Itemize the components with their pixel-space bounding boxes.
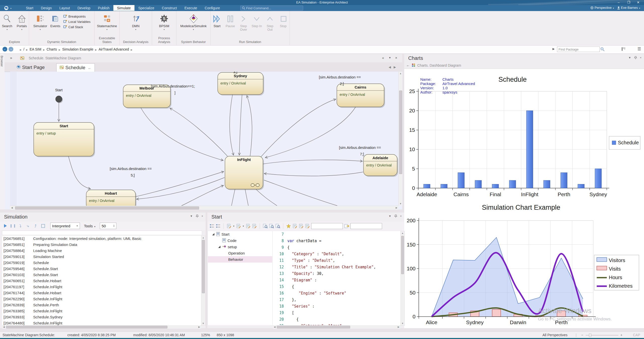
collapse-left-icon[interactable]: « — [382, 56, 384, 60]
ribbon-button-pause[interactable]: Pause — [224, 12, 237, 28]
chevron-expand-icon[interactable]: » — [10, 56, 12, 60]
menu-tab-simulate[interactable]: Simulate — [113, 5, 134, 11]
code-line[interactable]: 9{ — [273, 244, 400, 251]
log-row[interactable]: [204760651]Schedule.Hobart — [2, 278, 201, 284]
find-command-input[interactable] — [240, 6, 303, 11]
ribbon-button-modelica-simulink[interactable]: Modelica/Simulink▼ — [186, 12, 201, 30]
charts-panel-close-icon[interactable]: × — [640, 56, 641, 60]
code-line[interactable]: 19 [ — [273, 310, 400, 316]
zoom-out-button[interactable]: − — [581, 333, 583, 337]
sim-tools-menu[interactable]: Tools ▼ — [84, 224, 96, 228]
schedule-bar-7[interactable] — [543, 180, 550, 188]
tab-scroll-right-icon[interactable]: ▶ — [394, 65, 396, 69]
visits-bar-3[interactable] — [492, 309, 501, 317]
sim-step-out-icon[interactable]: ⤴ — [33, 223, 38, 229]
maximize-button[interactable]: ❐ — [624, 0, 633, 5]
menu-tab-configure[interactable]: Configure — [201, 5, 224, 11]
statemachine-diagram-canvas[interactable]: Startentry / setupMelbourentry / OnArriv… — [10, 72, 398, 206]
code-line[interactable]: 21 "Category": "Area", — [273, 323, 400, 325]
ribbon-button-step-out[interactable]: Step Out — [264, 12, 277, 31]
log-row[interactable]: [204756851]Configuration: mode: Interpre… — [2, 236, 201, 242]
log-row[interactable]: [204759019]Schedule — [2, 260, 201, 266]
tree-item-behavior[interactable]: Behavior — [208, 256, 272, 263]
ribbon-button-portals[interactable]: Portals▼ — [15, 12, 29, 30]
zoom-in-button[interactable]: + — [620, 333, 622, 337]
diagram-horizontal-scrollbar[interactable]: ◀▶ — [10, 206, 398, 210]
sim-step-in-icon[interactable]: ⤷ — [25, 223, 31, 229]
column-layout-icon[interactable] — [621, 47, 625, 52]
schedule-bar-1[interactable] — [441, 184, 447, 188]
log-row[interactable]: [204763385]Schedule.InFlight — [2, 308, 201, 314]
code-filter-input[interactable] — [350, 223, 382, 229]
code-line[interactable]: 13 "Opacity": 30, — [273, 270, 400, 277]
ribbon-button-step-over[interactable]: Step Over — [237, 12, 250, 31]
simulation-log[interactable]: [204756851]Configuration: mode: Interpre… — [2, 236, 201, 325]
ribbon-button-simulator[interactable]: Simulator▼ — [33, 12, 48, 30]
diagram-close-icon[interactable]: × — [395, 56, 397, 60]
breadcrumb-item[interactable]: AirTravel Advanced — [99, 47, 129, 51]
search-results-icon[interactable] — [275, 224, 280, 229]
ribbon-button-step-in[interactable]: Step In — [250, 12, 263, 28]
code-line[interactable]: 20 { — [273, 316, 400, 323]
breadcrumb-item[interactable]: Simulation Example — [62, 47, 94, 51]
schedule-bar-10[interactable] — [595, 169, 602, 188]
simulation-panel-close-icon[interactable]: × — [202, 215, 203, 218]
nav-back-button[interactable]: ← — [3, 47, 7, 52]
minimize-button[interactable]: – — [614, 0, 623, 5]
state-node-hobart[interactable]: Hobartentry / OnArrival — [86, 190, 136, 206]
panel-menu-icon[interactable]: ▼ — [190, 215, 193, 218]
log-row[interactable]: [204763933]Schedule.Sydney — [2, 314, 201, 320]
pin-icon[interactable] — [394, 215, 397, 218]
ribbon-button-breakpoints[interactable]: Breakpoints — [63, 14, 90, 19]
sim-mode-select[interactable]: Interpreted▼ — [50, 223, 80, 229]
menu-tab-design[interactable]: Design — [37, 5, 56, 11]
simulation-log-vscrollbar[interactable]: ▲▼ — [201, 236, 206, 326]
code-line[interactable]: 18 "Series" : — [273, 303, 400, 310]
code-editor[interactable]: 78var chartData =9{10 "Category" : "Defa… — [273, 231, 400, 325]
grid-edit-icon[interactable] — [299, 224, 304, 229]
schedule-bar-6[interactable] — [526, 111, 533, 188]
code-line[interactable]: 11 "Type" : "Default", — [273, 257, 400, 264]
diagram-tab-start-page[interactable]: Start Page — [14, 63, 48, 71]
menu-tab-publish[interactable]: Publish — [94, 5, 113, 11]
diagram-vertical-scrollbar[interactable]: ▲▼ — [398, 72, 402, 206]
ribbon-button-stop[interactable]: Stop — [277, 12, 290, 28]
sim-stop-icon[interactable] — [40, 223, 46, 229]
browser-side-tab[interactable]: Browser — [0, 54, 5, 209]
ribbon-button-search[interactable]: Search▼ — [0, 12, 14, 30]
menu-tab-start[interactable]: Start — [22, 5, 37, 11]
log-row[interactable]: [204756851]Preparing Simulation Data — [2, 242, 201, 248]
log-row[interactable]: [204762839]Schedule.Perth — [2, 302, 201, 308]
tree-item-operation[interactable]: Operation — [208, 250, 272, 256]
window-menu-icon[interactable]: ▼ — [389, 56, 391, 59]
tree-item-start[interactable]: Start — [208, 231, 272, 237]
simulation-filter-row[interactable] — [2, 231, 202, 235]
zoom-slider[interactable] — [586, 333, 618, 337]
sim-step-over-icon[interactable]: ⤵ — [18, 223, 23, 229]
code-line[interactable]: 10 "Category" : "Default", — [273, 251, 400, 257]
code-search-input[interactable] — [311, 223, 343, 229]
run-script-icon[interactable] — [344, 224, 349, 229]
ribbon-button-dmn[interactable]: DMN▼ — [128, 12, 143, 30]
code-line[interactable]: 17 }, — [273, 296, 400, 303]
log-row[interactable]: [204762290]Schedule.InFlight — [2, 296, 201, 302]
status-perspectives[interactable]: All Perspectives — [542, 333, 568, 337]
menu-tab-specialize[interactable]: Specialize — [134, 5, 158, 11]
code-line[interactable]: 7 — [273, 231, 400, 238]
state-node-sydney[interactable]: Sydneyentry / OnArrival — [218, 72, 264, 96]
log-row[interactable]: [204764480]Schedule.InFlight — [2, 320, 201, 325]
panel-menu-icon[interactable]: ▼ — [628, 56, 631, 60]
find-package-search-icon[interactable] — [600, 47, 605, 52]
state-node-inflight[interactable]: InFlight — [225, 156, 264, 190]
state-node-start[interactable]: Startentry / setup — [34, 122, 95, 157]
book-edit-icon[interactable] — [305, 224, 310, 229]
code-line[interactable]: 14 "Diagram" : — [273, 277, 400, 283]
ribbon-button-statemachine[interactable]: Statemachine▼ — [100, 12, 114, 30]
breadcrumb-item[interactable]: EA SIM — [30, 47, 41, 51]
find-package-input[interactable] — [557, 47, 600, 52]
star-nav-icon[interactable] — [286, 224, 291, 229]
state-node-cairns[interactable]: Cairnsentry / OnArrival — [337, 84, 385, 108]
schedule-bar-3[interactable] — [475, 180, 482, 188]
ribbon-button-bpsim[interactable]: SBPSIM▼ — [157, 12, 171, 30]
code-line[interactable]: 8var chartData = — [273, 238, 400, 244]
